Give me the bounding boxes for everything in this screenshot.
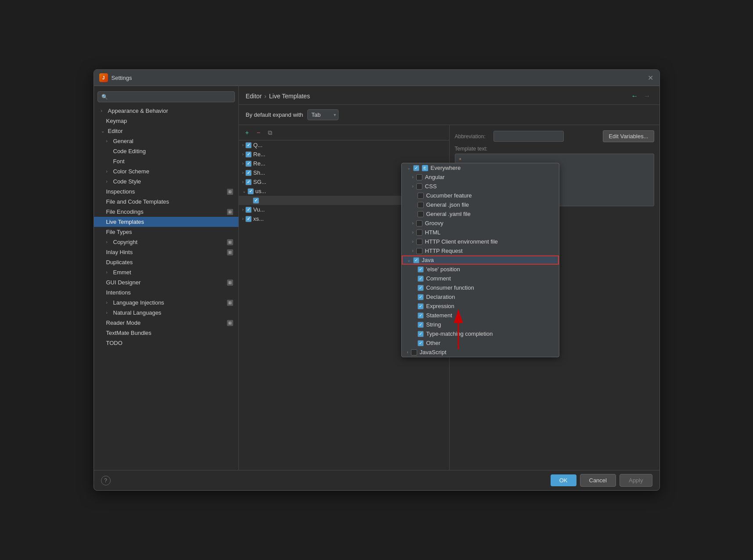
sidebar-item-gui-designer[interactable]: GUI Designer ⊞ [94, 277, 238, 287]
popup-checkbox[interactable] [416, 248, 422, 254]
popup-item-string[interactable]: String [402, 320, 559, 329]
sidebar-item-language-injections[interactable]: › Language Injections ⊞ [94, 298, 238, 308]
popup-item-statement[interactable]: Statement [402, 311, 559, 320]
ok-button[interactable]: OK [551, 474, 576, 486]
list-item[interactable]: › Re... [239, 150, 449, 159]
popup-item-label: Groovy [425, 220, 443, 226]
sidebar-item-code-style[interactable]: › Code Style [94, 176, 238, 187]
popup-checkbox[interactable] [411, 349, 417, 355]
popup-item-cucumber[interactable]: Cucumber feature [402, 191, 559, 200]
popup-item-angular[interactable]: › Angular [402, 172, 559, 182]
template-checkbox[interactable] [245, 179, 252, 185]
popup-checkbox[interactable] [418, 193, 424, 199]
template-checkbox[interactable] [245, 207, 252, 213]
popup-checkbox[interactable] [416, 220, 422, 226]
close-button[interactable]: ✕ [647, 74, 654, 81]
template-checkbox[interactable] [245, 142, 252, 148]
cancel-button[interactable]: Cancel [580, 474, 616, 487]
template-checkbox[interactable] [245, 170, 252, 176]
sidebar-item-live-templates[interactable]: Live Templates [94, 217, 238, 227]
popup-item-java[interactable]: ⌄ Java [402, 255, 559, 265]
context-dropdown[interactable]: ⌄ E Everywhere › Angular › CSS [401, 163, 559, 357]
popup-item-http-env[interactable]: › HTTP Client environment file [402, 237, 559, 246]
sidebar-item-duplicates[interactable]: Duplicates [94, 257, 238, 267]
popup-item-else-pos[interactable]: 'else' position [402, 265, 559, 274]
popup-item-groovy[interactable]: › Groovy [402, 219, 559, 228]
sidebar-item-code-editing[interactable]: Code Editing [94, 146, 238, 156]
popup-checkbox[interactable] [413, 165, 419, 171]
popup-checkbox[interactable] [418, 266, 424, 273]
popup-item-json[interactable]: General .json file [402, 200, 559, 209]
popup-item-expression[interactable]: Expression [402, 302, 559, 311]
popup-checkbox[interactable] [416, 183, 422, 190]
template-checkbox[interactable] [245, 151, 252, 158]
popup-item-declaration[interactable]: Declaration [402, 292, 559, 302]
sidebar-item-emmet[interactable]: › Emmet [94, 267, 238, 277]
help-button[interactable]: ? [101, 476, 111, 485]
copy-template-button[interactable]: ⧉ [265, 128, 275, 137]
sidebar-item-textmate-bundles[interactable]: TextMate Bundles [94, 328, 238, 338]
popup-checkbox[interactable] [418, 294, 424, 300]
popup-item-consumer[interactable]: Consumer function [402, 283, 559, 292]
sidebar-item-font[interactable]: Font [94, 156, 238, 166]
popup-checkbox[interactable] [418, 276, 424, 282]
expand-dropdown[interactable]: Tab Enter Space [307, 109, 339, 120]
sidebar-item-appearance[interactable]: › Appearance & Behavior [94, 106, 238, 116]
sidebar-item-todo[interactable]: TODO [94, 338, 238, 348]
sidebar-item-intentions[interactable]: Intentions [94, 287, 238, 298]
sidebar-item-label: Font [113, 158, 125, 165]
popup-item-type-matching[interactable]: Type-matching completion [402, 329, 559, 338]
popup-item-label: Statement [426, 312, 452, 319]
template-checkbox[interactable] [245, 216, 252, 222]
popup-checkbox[interactable] [418, 322, 424, 328]
popup-checkbox[interactable] [416, 239, 422, 245]
popup-checkbox[interactable] [416, 174, 422, 180]
sidebar-item-editor[interactable]: ⌄ Editor [94, 126, 238, 136]
sidebar-item-copyright[interactable]: › Copyright ⊞ [94, 237, 238, 247]
popup-item-yaml[interactable]: General .yaml file [402, 209, 559, 219]
popup-item-javascript[interactable]: › JavaScript [402, 348, 559, 357]
popup-item-label: String [426, 321, 441, 328]
sidebar-item-inlay-hints[interactable]: Inlay Hints ⊞ [94, 247, 238, 257]
popup-checkbox[interactable] [418, 285, 424, 291]
popup-item-label: Declaration [426, 294, 455, 300]
back-button[interactable]: ← [630, 91, 640, 101]
popup-item-everywhere[interactable]: ⌄ E Everywhere [402, 163, 559, 172]
apply-button[interactable]: Apply [620, 474, 652, 487]
sidebar-item-file-types[interactable]: File Types [94, 227, 238, 237]
popup-checkbox[interactable] [418, 331, 424, 337]
sidebar-item-color-scheme[interactable]: › Color Scheme [94, 166, 238, 176]
popup-checkbox[interactable] [418, 211, 424, 217]
sidebar-item-inspections[interactable]: Inspections ⊞ [94, 187, 238, 197]
abbreviation-input[interactable] [494, 131, 564, 142]
sidebar-item-file-encodings[interactable]: File Encodings ⊞ [94, 207, 238, 217]
sidebar-item-natural-languages[interactable]: › Natural Languages [94, 308, 238, 318]
sidebar-item-reader-mode[interactable]: Reader Mode ⊞ [94, 318, 238, 328]
search-box[interactable]: 🔍 [97, 91, 235, 102]
sidebar-item-general[interactable]: › General [94, 136, 238, 146]
template-checkbox[interactable] [248, 188, 254, 194]
popup-item-other[interactable]: Other [402, 338, 559, 348]
popup-checkbox[interactable] [418, 312, 424, 319]
edit-variables-button[interactable]: Edit Variables... [603, 130, 654, 142]
popup-item-comment[interactable]: Comment [402, 274, 559, 283]
sidebar-item-keymap[interactable]: Keymap [94, 116, 238, 126]
sidebar-item-label: Inspections [106, 188, 135, 195]
popup-checkbox[interactable] [416, 230, 422, 236]
search-input[interactable] [111, 93, 231, 100]
forward-button[interactable]: → [642, 91, 652, 101]
popup-item-css[interactable]: › CSS [402, 182, 559, 191]
popup-checkbox[interactable] [418, 303, 424, 309]
popup-checkbox[interactable] [413, 257, 419, 263]
remove-template-button[interactable]: − [254, 128, 263, 137]
popup-checkbox[interactable] [418, 340, 424, 346]
abbreviation-label: Abbreviation: [455, 133, 490, 140]
template-checkbox[interactable] [245, 161, 252, 167]
template-checkbox[interactable] [253, 197, 259, 204]
add-template-button[interactable]: + [242, 128, 252, 137]
list-item[interactable]: › Q... [239, 140, 449, 150]
popup-item-http-req[interactable]: › HTTP Request [402, 246, 559, 255]
popup-item-html[interactable]: › HTML [402, 228, 559, 237]
popup-checkbox[interactable] [418, 202, 424, 208]
sidebar-item-file-code-templates[interactable]: File and Code Templates [94, 197, 238, 207]
